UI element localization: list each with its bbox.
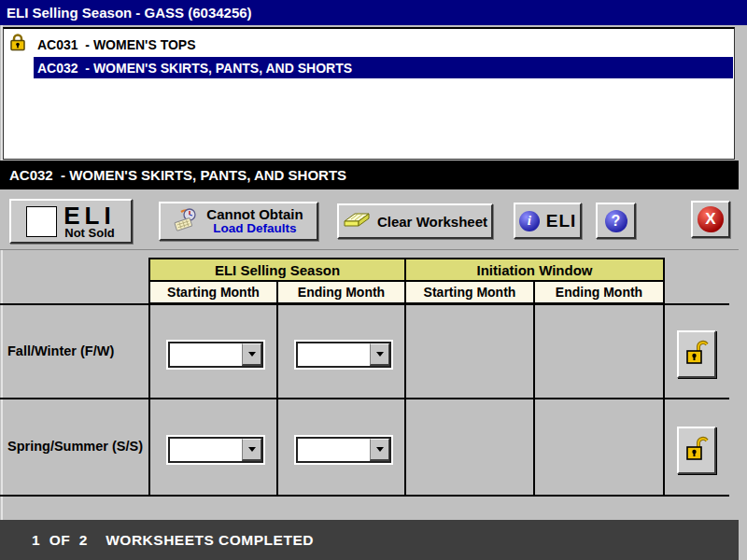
eli-not-sold-checkbox-icon bbox=[26, 206, 57, 237]
eli-not-sold-button[interactable]: ELI Not Sold bbox=[9, 199, 133, 244]
list-item-ac032[interactable]: AC032 - WOMEN'S SKIRTS, PANTS, AND SHORT… bbox=[34, 57, 733, 78]
column-header-eli-ending-month: Ending Month bbox=[276, 280, 406, 304]
load-defaults-line2: Load Defaults bbox=[213, 222, 296, 235]
fw-eli-starting-month-dropdown[interactable] bbox=[168, 342, 263, 368]
dropdown-arrow-button[interactable] bbox=[242, 439, 261, 461]
group-header-label: Initiation Window bbox=[476, 262, 592, 278]
grid-vline-1 bbox=[148, 305, 150, 495]
list-item-label: AC032 - WOMEN'S SKIRTS, PANTS, AND SHORT… bbox=[37, 61, 352, 76]
column-header-label: Starting Month bbox=[424, 285, 516, 300]
dropdown-arrow-button[interactable] bbox=[370, 439, 389, 461]
status-bar: 1 OF 2 WORKSHEETS COMPLETED bbox=[0, 520, 739, 560]
worksheets-completed-text: 1 OF 2 WORKSHEETS COMPLETED bbox=[32, 532, 314, 549]
lock-open-icon bbox=[684, 338, 709, 371]
close-glyph: X bbox=[705, 210, 715, 229]
info-glyph: i bbox=[528, 213, 531, 229]
eli-not-sold-line1: ELI bbox=[63, 204, 115, 227]
column-header-label: Ending Month bbox=[556, 285, 642, 300]
dropdown-arrow-button[interactable] bbox=[370, 343, 389, 366]
column-header-label: Starting Month bbox=[167, 285, 260, 300]
ss-unlock-button[interactable] bbox=[677, 427, 716, 474]
help-button[interactable]: ? bbox=[596, 203, 636, 239]
dropdown-arrow-button[interactable] bbox=[242, 343, 261, 366]
list-item-ac031[interactable]: AC031 - WOMEN'S TOPS bbox=[34, 34, 733, 56]
chevron-down-icon bbox=[376, 352, 384, 357]
lock-closed-icon bbox=[9, 33, 26, 55]
column-header-eli-starting-month: Starting Month bbox=[148, 280, 278, 304]
ss-eli-ending-month-dropdown[interactable] bbox=[296, 437, 391, 463]
toolbar: ELI Not Sold Cannot Obtain Load Defaults bbox=[0, 189, 739, 250]
dropdown-value bbox=[298, 343, 370, 366]
chevron-down-icon bbox=[248, 352, 256, 357]
dropdown-value bbox=[170, 439, 242, 461]
grid-vline-3 bbox=[404, 305, 406, 495]
fw-eli-ending-month-dropdown[interactable] bbox=[296, 342, 391, 368]
lock-open-icon bbox=[684, 434, 709, 468]
row-label-fall-winter: Fall/Winter (F/W) bbox=[7, 343, 114, 358]
grid-hline-bottom bbox=[0, 495, 729, 497]
info-icon: i bbox=[519, 211, 540, 231]
selected-category-banner: AC032 - WOMEN'S SKIRTS, PANTS, AND SHORT… bbox=[0, 161, 739, 189]
selected-category-text: AC032 - WOMEN'S SKIRTS, PANTS, AND SHORT… bbox=[9, 167, 346, 183]
chevron-down-icon bbox=[376, 447, 384, 452]
grid-vline-4 bbox=[533, 305, 535, 495]
column-header-init-starting-month: Starting Month bbox=[404, 280, 535, 304]
title-bar: ELI Selling Season - GASS (6034256) bbox=[0, 0, 747, 25]
group-header-label: ELI Selling Season bbox=[215, 262, 340, 278]
eraser-icon bbox=[343, 210, 371, 232]
chevron-down-icon bbox=[248, 447, 256, 452]
group-header-eli-selling-season: ELI Selling Season bbox=[148, 258, 406, 282]
clear-worksheet-label: Clear Worksheet bbox=[377, 214, 487, 230]
cannot-obtain-button[interactable]: Cannot Obtain Load Defaults bbox=[159, 202, 318, 241]
column-header-init-ending-month: Ending Month bbox=[533, 280, 665, 304]
grid-hline-middle bbox=[0, 398, 729, 399]
close-button[interactable]: X bbox=[691, 201, 730, 238]
eli-not-sold-line2: Not Sold bbox=[64, 227, 114, 239]
close-icon: X bbox=[698, 206, 724, 232]
ss-eli-starting-month-dropdown[interactable] bbox=[168, 437, 263, 463]
question-glyph: ? bbox=[612, 213, 621, 230]
column-header-label: Ending Month bbox=[298, 285, 385, 300]
category-listbox[interactable]: AC031 - WOMEN'S TOPS AC032 - WOMEN'S SKI… bbox=[3, 27, 735, 160]
dropdown-value bbox=[170, 343, 242, 366]
window-title: ELI Selling Season - GASS (6034256) bbox=[7, 5, 252, 21]
keyboard-clock-icon bbox=[174, 206, 200, 236]
eli-info-button[interactable]: i ELI bbox=[514, 203, 582, 239]
list-item-label: AC031 - WOMEN'S TOPS bbox=[37, 37, 196, 52]
clear-worksheet-button[interactable]: Clear Worksheet bbox=[337, 203, 493, 239]
fw-unlock-button[interactable] bbox=[677, 330, 716, 378]
row-label-spring-summer: Spring/Summer (S/S) bbox=[7, 439, 143, 454]
group-header-initiation-window: Initiation Window bbox=[404, 258, 665, 282]
eli-info-label: ELI bbox=[546, 211, 577, 231]
cannot-obtain-line1: Cannot Obtain bbox=[206, 207, 303, 222]
dropdown-value bbox=[298, 439, 370, 461]
grid-hline-top bbox=[0, 303, 729, 305]
grid-vline-2 bbox=[276, 305, 278, 495]
question-icon: ? bbox=[605, 210, 627, 232]
grid-vline-5 bbox=[663, 305, 665, 495]
